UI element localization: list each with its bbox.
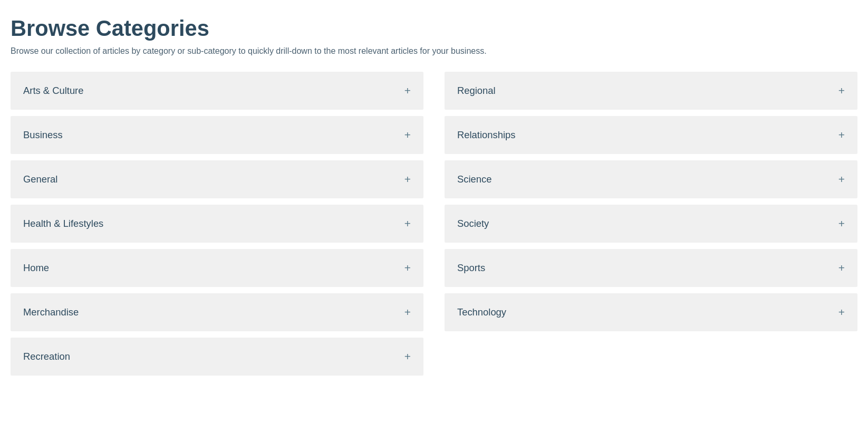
category-item-sports[interactable]: Sports+ bbox=[445, 249, 857, 287]
category-label-science: Science bbox=[457, 174, 491, 185]
expand-icon-regional: + bbox=[838, 84, 845, 97]
expand-icon-sports: + bbox=[838, 262, 845, 274]
categories-grid: Arts & Culture+Business+General+Health &… bbox=[11, 72, 857, 376]
category-label-regional: Regional bbox=[457, 85, 496, 97]
page-description: Browse our collection of articles by cat… bbox=[11, 46, 857, 56]
expand-icon-science: + bbox=[838, 173, 845, 186]
right-column: Regional+Relationships+Science+Society+S… bbox=[445, 72, 857, 376]
category-item-regional[interactable]: Regional+ bbox=[445, 72, 857, 110]
expand-icon-merchandise: + bbox=[404, 306, 411, 319]
expand-icon-home: + bbox=[404, 262, 411, 274]
expand-icon-business: + bbox=[404, 129, 411, 141]
expand-icon-recreation: + bbox=[404, 350, 411, 363]
category-item-recreation[interactable]: Recreation+ bbox=[11, 338, 423, 376]
category-label-business: Business bbox=[23, 129, 63, 141]
category-item-business[interactable]: Business+ bbox=[11, 116, 423, 154]
category-label-merchandise: Merchandise bbox=[23, 306, 79, 318]
category-item-health-lifestyles[interactable]: Health & Lifestyles+ bbox=[11, 205, 423, 243]
category-label-home: Home bbox=[23, 262, 49, 274]
category-item-merchandise[interactable]: Merchandise+ bbox=[11, 293, 423, 331]
category-item-home[interactable]: Home+ bbox=[11, 249, 423, 287]
expand-icon-health-lifestyles: + bbox=[404, 217, 411, 230]
category-item-general[interactable]: General+ bbox=[11, 160, 423, 198]
expand-icon-relationships: + bbox=[838, 129, 845, 141]
expand-icon-society: + bbox=[838, 217, 845, 230]
page-title: Browse Categories bbox=[11, 16, 857, 41]
category-label-society: Society bbox=[457, 218, 489, 229]
category-label-recreation: Recreation bbox=[23, 351, 70, 362]
expand-icon-general: + bbox=[404, 173, 411, 186]
category-label-general: General bbox=[23, 174, 57, 185]
category-label-technology: Technology bbox=[457, 306, 506, 318]
category-item-technology[interactable]: Technology+ bbox=[445, 293, 857, 331]
category-label-health-lifestyles: Health & Lifestyles bbox=[23, 218, 103, 229]
category-label-relationships: Relationships bbox=[457, 129, 515, 141]
category-item-relationships[interactable]: Relationships+ bbox=[445, 116, 857, 154]
expand-icon-technology: + bbox=[838, 306, 845, 319]
left-column: Arts & Culture+Business+General+Health &… bbox=[11, 72, 423, 376]
category-label-arts-culture: Arts & Culture bbox=[23, 85, 83, 97]
category-item-society[interactable]: Society+ bbox=[445, 205, 857, 243]
category-label-sports: Sports bbox=[457, 262, 485, 274]
category-item-arts-culture[interactable]: Arts & Culture+ bbox=[11, 72, 423, 110]
category-item-science[interactable]: Science+ bbox=[445, 160, 857, 198]
expand-icon-arts-culture: + bbox=[404, 84, 411, 97]
